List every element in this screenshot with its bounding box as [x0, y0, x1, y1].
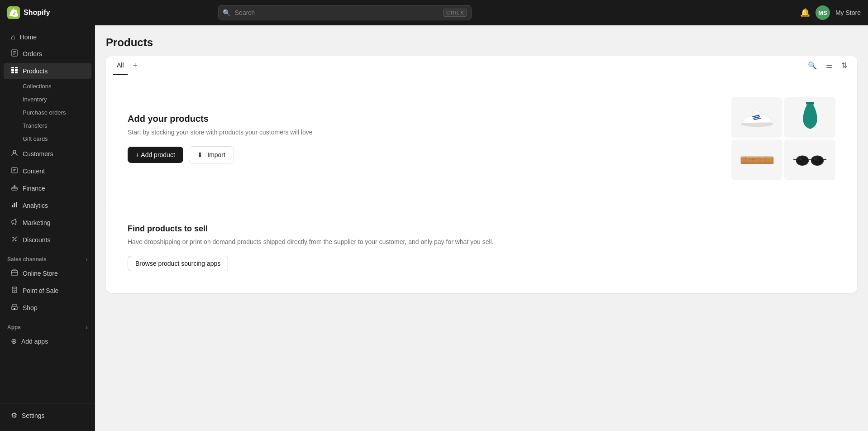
vase-svg: [799, 101, 821, 133]
sidebar-item-add-apps[interactable]: ⊕ Add apps: [4, 333, 91, 349]
add-apps-icon: ⊕: [11, 337, 17, 345]
discounts-icon: [11, 235, 18, 244]
svg-rect-10: [15, 72, 18, 73]
sidebar-item-marketing[interactable]: Marketing: [4, 215, 91, 231]
svg-rect-9: [11, 72, 14, 73]
product-image-shoe: [731, 97, 782, 138]
product-image-wood: [731, 139, 782, 180]
tab-actions: 🔍 ⚌ ⇅: [805, 58, 850, 72]
avatar[interactable]: MS: [816, 5, 830, 20]
sidebar-item-orders[interactable]: Orders: [4, 46, 91, 62]
sales-channels-label: Sales channels ›: [0, 249, 95, 265]
product-image-vase: [784, 97, 835, 138]
sort-button[interactable]: ⇅: [839, 58, 850, 72]
products-card: All + 🔍 ⚌ ⇅ Add your products Start by s…: [106, 56, 857, 293]
sidebar-item-products[interactable]: Products: [4, 63, 91, 79]
sidebar-item-gift-cards[interactable]: Gift cards: [4, 133, 91, 145]
add-products-title: Add your products: [128, 114, 313, 124]
tab-add-button[interactable]: +: [129, 58, 142, 73]
svg-rect-18: [16, 202, 17, 207]
add-products-description: Start by stocking your store with produc…: [128, 128, 313, 137]
logo[interactable]: Shopify: [7, 6, 50, 19]
svg-rect-16: [12, 205, 13, 207]
sidebar-item-collections[interactable]: Collections: [4, 80, 91, 92]
sidebar-item-content[interactable]: Content: [4, 163, 91, 179]
sidebar-item-purchase-orders[interactable]: Purchase orders: [4, 106, 91, 119]
search-icon: 🔍: [223, 9, 230, 16]
store-name: My Store: [835, 9, 861, 16]
sidebar-item-online-store[interactable]: Online Store: [4, 265, 91, 282]
svg-line-43: [794, 159, 796, 160]
product-images-grid: [731, 97, 835, 180]
sidebar-item-point-of-sale[interactable]: Point of Sale: [4, 283, 91, 299]
import-button[interactable]: ⬇ Import: [189, 146, 234, 163]
sidebar-item-finance[interactable]: Finance: [4, 180, 91, 196]
find-products-title: Find products to sell: [128, 224, 835, 234]
search-input[interactable]: [218, 5, 472, 20]
wood-svg: [739, 151, 775, 169]
top-nav: Shopify 🔍 CTRL K 🔔 MS My Store: [0, 0, 868, 25]
svg-point-21: [15, 240, 17, 241]
main-content: Products All + 🔍 ⚌ ⇅ Add your products S…: [95, 25, 868, 431]
orders-icon: [11, 49, 18, 58]
logo-text: Shopify: [24, 9, 50, 17]
svg-line-44: [824, 159, 826, 160]
svg-point-20: [13, 237, 14, 239]
shoe-svg: [739, 105, 775, 130]
add-product-button[interactable]: + Add product: [128, 147, 183, 163]
sidebar-item-settings[interactable]: ⚙ Settings: [4, 407, 91, 423]
sidebar-item-shop[interactable]: Shop: [4, 300, 91, 316]
topnav-right: 🔔 MS My Store: [800, 5, 861, 20]
marketing-icon: [11, 218, 18, 227]
sidebar-item-home[interactable]: ⌂ Home: [4, 29, 91, 45]
shopify-logo-icon: [7, 6, 20, 19]
point-of-sale-icon: [11, 286, 18, 295]
svg-rect-7: [11, 67, 14, 68]
sales-channels-expand-icon[interactable]: ›: [86, 256, 88, 263]
svg-point-33: [806, 103, 814, 105]
sidebar-item-discounts[interactable]: Discounts: [4, 232, 91, 248]
find-products-section: Find products to sell Have dropshipping …: [106, 202, 857, 293]
svg-rect-8: [15, 67, 18, 68]
analytics-icon: [11, 201, 18, 210]
product-image-sunglasses: [784, 139, 835, 180]
svg-point-42: [811, 156, 824, 165]
sidebar-item-inventory[interactable]: Inventory: [4, 93, 91, 105]
svg-point-11: [13, 150, 16, 153]
svg-rect-5: [11, 69, 14, 72]
search-shortcut: CTRL K: [443, 9, 467, 17]
find-products-description: Have dropshipping or print on demand pro…: [128, 237, 835, 247]
svg-rect-17: [14, 203, 15, 207]
svg-rect-30: [14, 308, 15, 310]
svg-point-45: [799, 158, 802, 160]
browse-sourcing-apps-button[interactable]: Browse product sourcing apps: [128, 256, 228, 271]
add-products-actions: + Add product ⬇ Import: [128, 146, 313, 163]
home-icon: ⌂: [11, 33, 15, 41]
svg-point-46: [814, 158, 817, 160]
sidebar-item-analytics[interactable]: Analytics: [4, 197, 91, 214]
customers-icon: [11, 149, 18, 158]
products-icon: [11, 67, 18, 76]
filter-button[interactable]: ⚌: [823, 58, 835, 72]
sidebar: ⌂ Home Orders Products Collections Inven…: [0, 25, 95, 431]
settings-icon: ⚙: [11, 411, 17, 420]
page-title: Products: [106, 36, 857, 49]
content-icon: [11, 167, 18, 176]
search-filter-button[interactable]: 🔍: [805, 58, 820, 72]
shop-icon: [11, 303, 18, 312]
sidebar-item-customers[interactable]: Customers: [4, 146, 91, 162]
add-products-text: Add your products Start by stocking your…: [128, 114, 313, 163]
svg-rect-23: [11, 271, 18, 275]
tab-all[interactable]: All: [113, 56, 128, 75]
svg-point-28: [14, 291, 15, 292]
sunglasses-svg: [793, 152, 827, 168]
apps-expand-icon[interactable]: ›: [86, 324, 88, 331]
add-products-section: Add your products Start by stocking your…: [106, 75, 857, 202]
finance-icon: [11, 184, 18, 193]
svg-rect-6: [15, 69, 18, 72]
notifications-icon[interactable]: 🔔: [800, 8, 810, 18]
online-store-icon: [11, 269, 18, 278]
sidebar-item-transfers[interactable]: Transfers: [4, 120, 91, 132]
apps-label: Apps ›: [0, 316, 95, 333]
search-bar: 🔍 CTRL K: [218, 5, 472, 20]
